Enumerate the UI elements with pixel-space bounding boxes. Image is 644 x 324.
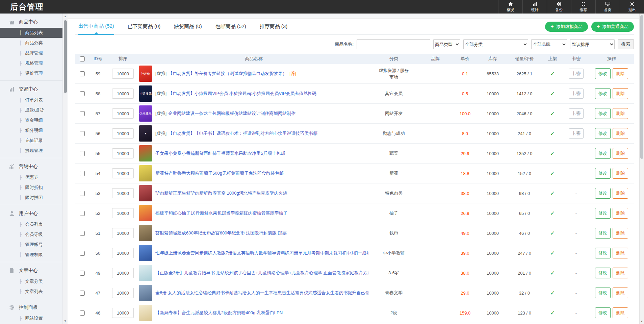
main-scrollbar[interactable]: ▼ [639, 14, 644, 324]
product-name-link[interactable]: 【自动发货】【电子书】话语攻心术：把话说到对方的心坎里说话技巧类书籍 [168, 130, 317, 136]
delete-button[interactable]: 删除 [613, 268, 628, 278]
delete-button[interactable]: 删除 [613, 148, 628, 159]
scroll-up-icon[interactable]: ▲ [63, 15, 68, 18]
sidebar-item-管理权限[interactable]: ├管理权限 [0, 250, 62, 260]
edit-button[interactable]: 修改 [595, 288, 611, 298]
product-name-link[interactable]: 圣女果小黄瓜小番茄新鲜西红柿千禧蔬菜水果助农净重5斤顺丰包邮 [155, 150, 285, 156]
tab-出售中商品 (52)[interactable]: 出售中商品 (52) [78, 19, 114, 35]
edit-button[interactable]: 修改 [595, 168, 611, 179]
delete-button[interactable]: 删除 [613, 128, 628, 139]
product-name-link[interactable]: 【自动发货】补差价专拍链接（测试虚拟物品自动发货效果） [168, 71, 287, 77]
sidebar-section-title[interactable]: 营销中心 [0, 161, 62, 172]
delete-button[interactable]: 删除 [613, 88, 628, 99]
sort-input[interactable] [112, 89, 134, 99]
delete-button[interactable]: 删除 [613, 228, 628, 239]
brand-select[interactable]: 全部品牌 [531, 39, 567, 49]
sidebar-section-title[interactable]: 交易中心 [0, 84, 62, 95]
row-checkbox[interactable] [80, 91, 85, 96]
kami-button[interactable]: 卡密 [569, 89, 584, 99]
row-checkbox[interactable] [80, 211, 85, 216]
sort-input[interactable] [112, 288, 134, 298]
kami-button[interactable]: 卡密 [569, 128, 584, 139]
delete-button[interactable]: 删除 [613, 108, 628, 119]
sort-input[interactable] [112, 208, 134, 218]
tab-推荐商品 (3)[interactable]: 推荐商品 (3) [260, 19, 288, 35]
sidebar-item-退款/退货[interactable]: ├退款/退货 [0, 105, 62, 115]
row-checkbox[interactable] [80, 131, 85, 136]
sort-input[interactable] [112, 188, 134, 198]
add-product-button-添加普通商品[interactable]: +添加普通商品 [591, 22, 634, 32]
tab-包邮商品 (52)[interactable]: 包邮商品 (52) [215, 19, 246, 35]
sort-input[interactable] [112, 168, 134, 178]
delete-button[interactable]: 删除 [613, 307, 628, 318]
row-checkbox[interactable] [80, 251, 85, 256]
edit-button[interactable]: 修改 [595, 88, 611, 99]
product-name-input[interactable] [357, 39, 430, 49]
row-checkbox[interactable] [80, 271, 85, 276]
edit-button[interactable]: 修改 [595, 108, 611, 119]
sidebar-item-限时拼团[interactable]: ├限时拼团 [0, 193, 62, 203]
sort-order-select[interactable]: 默认排序 [570, 39, 615, 49]
edit-button[interactable]: 修改 [595, 68, 611, 79]
edit-button[interactable]: 修改 [595, 188, 611, 199]
sidebar-item-管理帐号[interactable]: ├管理帐号 [0, 240, 62, 250]
topnav-item-概况[interactable]: 概况 [498, 0, 522, 14]
row-checkbox[interactable] [80, 111, 85, 116]
edit-button[interactable]: 修改 [595, 208, 611, 219]
sidebar-item-积分明细[interactable]: ├积分明细 [0, 125, 62, 135]
tab-已下架商品 (0)[interactable]: 已下架商品 (0) [128, 19, 161, 35]
sort-input[interactable] [112, 108, 134, 119]
row-checkbox[interactable] [80, 171, 85, 176]
sort-input[interactable] [112, 128, 134, 139]
topnav-item-首页[interactable]: 首页 [595, 0, 620, 14]
edit-button[interactable]: 修改 [595, 128, 611, 139]
sidebar-item-商品分类[interactable]: ├商品分类 [0, 38, 62, 48]
add-product-button-添加虚拟商品[interactable]: +添加虚拟商品 [545, 22, 588, 32]
sidebar-item-评价管理[interactable]: ├评价管理 [0, 68, 62, 78]
sort-input[interactable] [112, 228, 134, 238]
sidebar-item-充值记录[interactable]: ├充值记录 [0, 135, 62, 146]
product-name-link[interactable]: 荟银紫禁城建成600年纪念币故宫600年纪念币 法国发行封装版 邮票 [155, 230, 287, 236]
scroll-down-icon[interactable]: ▼ [63, 320, 68, 323]
sort-input[interactable] [112, 248, 134, 258]
row-checkbox[interactable] [80, 231, 85, 236]
edit-button[interactable]: 修改 [595, 148, 611, 159]
product-type-select[interactable]: 商品类型 [433, 39, 460, 49]
row-checkbox[interactable] [80, 151, 85, 156]
product-name-link[interactable]: 福建平和红心柚子10斤新鲜水果包邮当季整箱红肉蜜柚管溪应季柚子 [155, 210, 287, 216]
sort-input[interactable] [112, 268, 134, 278]
sort-input[interactable] [112, 148, 134, 158]
sidebar-item-会员列表[interactable]: ├会员列表 [0, 219, 62, 229]
search-button[interactable]: 搜索 [618, 39, 634, 49]
product-name-link[interactable]: 企业网站建设一条龙全包网站模板仿站建站设计制作商城网站制作 [168, 110, 295, 117]
product-name-link[interactable]: 全6册 女人的活法女性必读经典好书卡耐基写给女人的一生幸福忠告生活需要仪式感适合… [155, 290, 368, 296]
sidebar-section-title[interactable]: 控制面板 [0, 302, 62, 313]
kami-button[interactable]: 卡密 [569, 108, 584, 119]
row-checkbox[interactable] [80, 191, 85, 196]
sidebar-item-品牌管理[interactable]: ├品牌管理 [0, 48, 62, 58]
row-checkbox[interactable] [80, 71, 85, 76]
delete-button[interactable]: 删除 [613, 208, 628, 219]
delete-button[interactable]: 删除 [613, 68, 628, 79]
product-name-link[interactable]: 【自动发货】小猿搜题VIP会员 小猿搜题vip小猿搜题会员VIP会员充值兑换码 [168, 91, 316, 97]
delete-button[interactable]: 删除 [613, 248, 628, 258]
select-all-checkbox[interactable] [80, 56, 85, 61]
edit-button[interactable]: 修改 [595, 268, 611, 278]
sidebar-item-提现管理[interactable]: ├提现管理 [0, 146, 62, 156]
topnav-item-统计[interactable]: 统计 [522, 0, 547, 14]
kami-button[interactable]: 卡密 [569, 69, 584, 79]
sidebar-section-title[interactable]: 用户中心 [0, 208, 62, 219]
delete-button[interactable]: 删除 [613, 168, 628, 179]
sidebar-item-文章列表[interactable]: ├文章列表 [0, 286, 62, 297]
topnav-item-退出[interactable]: 退出 [620, 0, 644, 14]
sidebar-item-资金明细[interactable]: ├资金明细 [0, 115, 62, 125]
delete-button[interactable]: 删除 [613, 288, 628, 298]
sidebar-item-会员等级[interactable]: ├会员等级 [0, 229, 62, 240]
delete-button[interactable]: 删除 [613, 188, 628, 199]
product-name-link[interactable]: 【正版全3册】儿童教育指导书 把话说到孩子心里去+儿童情绪心理学+儿童教育心理学… [155, 270, 368, 276]
product-name-link[interactable]: 七年级上册试卷全套同步训练人教版7册语文英语听力数学辅导资料练习册单元月考期中期… [155, 250, 368, 256]
product-name-link[interactable]: 新疆特产吐鲁番大颗粒葡萄干500g无籽黄葡萄干免洗即食散装包邮 [155, 170, 284, 176]
product-name-link[interactable]: 驴肉新鲜正宗生鲜驴肉新鲜散养真空 1000g河北特产生带皮驴肉火烧 [155, 190, 287, 196]
sidebar-scroll-thumb[interactable] [64, 20, 67, 93]
sidebar-item-优惠券[interactable]: ├优惠券 [0, 172, 62, 182]
